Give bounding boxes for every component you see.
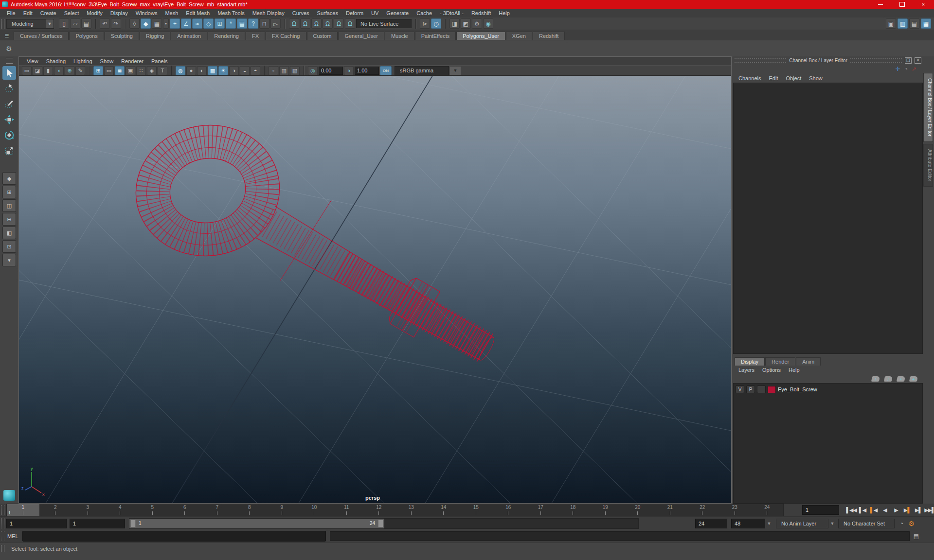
viewport-menu-shading[interactable]: Shading — [42, 58, 70, 64]
frame-8[interactable]: 8 — [234, 504, 266, 516]
close-button[interactable]: × — [913, 0, 934, 9]
speed-sphere-icon[interactable]: ◔ — [904, 66, 908, 72]
range-slider-range[interactable]: 1 24 — [129, 519, 384, 528]
grid-icon[interactable]: ⊞ — [93, 66, 103, 75]
frame-1[interactable]: 11 — [7, 504, 39, 516]
highlight-selection-icon[interactable]: ▻ — [270, 18, 281, 29]
frame-24[interactable]: 24 — [751, 504, 784, 516]
menu-help[interactable]: Help — [495, 10, 514, 16]
frame-17[interactable]: 17 — [524, 504, 557, 516]
exposure-field[interactable] — [319, 67, 343, 75]
tool-settings-toggle-icon[interactable]: ▤ — [909, 18, 919, 29]
graph-persp-layout-button[interactable]: ⊡ — [2, 240, 16, 253]
selection-mask-dropdown[interactable]: ▾ — [163, 18, 169, 29]
layer-tab-display[interactable]: Display — [735, 357, 765, 366]
select-by-hierarchy-icon[interactable]: ◊ — [129, 18, 140, 29]
snap-to-view-planes-icon[interactable]: Ω — [334, 18, 344, 29]
shelf-tab-xgen[interactable]: XGen — [506, 32, 532, 40]
frame-9[interactable]: 9 — [266, 504, 298, 516]
shelf-tab-curves-surfaces[interactable]: Curves / Surfaces — [14, 32, 69, 40]
layer-tab-anim[interactable]: Anim — [796, 357, 821, 366]
layer-display-type-toggle[interactable] — [757, 385, 766, 393]
frame-13[interactable]: 13 — [395, 504, 428, 516]
frame-2[interactable]: 2 — [39, 504, 72, 516]
select-tool-button[interactable] — [2, 66, 16, 80]
shelf-tab-muscle[interactable]: Muscle — [385, 32, 414, 40]
frame-10[interactable]: 10 — [298, 504, 331, 516]
layer-menu-options[interactable]: Options — [758, 367, 785, 373]
layer-name[interactable]: Eye_Bolt_Screw — [778, 386, 817, 392]
textured-icon[interactable]: ▩ — [208, 66, 217, 75]
menu-mesh[interactable]: Mesh — [161, 10, 182, 16]
playback-start-field[interactable] — [70, 519, 125, 528]
clapperboard-icon[interactable]: ◪ — [33, 66, 42, 75]
frame-5[interactable]: 5 — [136, 504, 169, 516]
isolate-select-icon[interactable]: ▫ — [269, 66, 278, 75]
shelf-tab-fx-caching[interactable]: FX Caching — [266, 32, 306, 40]
chevron-down-icon[interactable]: ▼ — [828, 520, 836, 527]
snap-to-grids-icon[interactable]: Ω — [289, 18, 299, 29]
frame-12[interactable]: 12 — [363, 504, 395, 516]
save-scene-icon[interactable]: ▤ — [81, 18, 91, 29]
menu-generate[interactable]: Generate — [382, 10, 413, 16]
shelf-tab-polygons-user[interactable]: Polygons_User — [456, 32, 505, 40]
smooth-shade-icon[interactable]: ● — [186, 66, 196, 75]
menu-mesh-tools[interactable]: Mesh Tools — [214, 10, 248, 16]
drag-handle[interactable] — [1, 531, 4, 542]
side-tab-attribute-editor[interactable]: Attribute Editor — [923, 144, 933, 187]
step-forward-key-button[interactable]: ▶▌ — [902, 505, 913, 515]
field-chart-icon[interactable]: ∷ — [136, 66, 146, 75]
step-back-key-button[interactable]: ▌◀ — [868, 505, 879, 515]
ipr-render-icon[interactable]: ◩ — [461, 18, 471, 29]
frame-21[interactable]: 21 — [654, 504, 686, 516]
drag-handle[interactable] — [850, 58, 902, 63]
channel-box-menu-edit[interactable]: Edit — [765, 75, 782, 81]
shelf-tab-custom[interactable]: Custom — [307, 32, 338, 40]
make-live-icon[interactable]: Ω — [345, 18, 355, 29]
scale-tool-button[interactable] — [2, 144, 16, 158]
layer-color-swatch[interactable] — [768, 386, 776, 393]
play-backwards-button[interactable]: ◀ — [880, 505, 890, 515]
shelf-tab-painteffects[interactable]: PaintEffects — [415, 32, 456, 40]
attribute-editor-toggle-icon[interactable]: ▥ — [898, 18, 908, 29]
use-all-lights-icon[interactable]: ☀ — [218, 66, 228, 75]
frame-4[interactable]: 4 — [104, 504, 137, 516]
channel-box-header[interactable]: Channel Box / Layer Editor ❏ × — [733, 56, 923, 64]
menu-set-selector[interactable]: Modeling ▼ — [6, 19, 54, 29]
live-surface-field[interactable]: No Live Surface — [356, 19, 412, 28]
scene-view-icon[interactable]: ▭ — [22, 66, 32, 75]
redo-icon[interactable]: ↷ — [111, 18, 121, 29]
pivots-mask-icon[interactable]: ◇ — [203, 18, 214, 29]
drag-handle[interactable] — [1, 19, 4, 29]
drag-handle[interactable] — [1, 518, 4, 529]
undo-icon[interactable]: ↶ — [100, 18, 110, 29]
minimize-button[interactable] — [870, 0, 891, 9]
viewport-menu-lighting[interactable]: Lighting — [70, 58, 96, 64]
wireframe-on-shaded-icon[interactable]: ◐ — [197, 66, 207, 75]
shelf-tab-rendering[interactable]: Rendering — [208, 32, 245, 40]
create-layer-from-selected-button[interactable]: ● — [909, 376, 918, 382]
shelf-menu-icon[interactable]: ☰ — [3, 32, 11, 39]
menu-curves[interactable]: Curves — [288, 10, 313, 16]
frame-15[interactable]: 15 — [460, 504, 492, 516]
gate-mask-icon[interactable]: ▣ — [126, 66, 135, 75]
frame-11[interactable]: 11 — [330, 504, 363, 516]
manipulator-axis-icon[interactable]: ✛ — [896, 66, 900, 72]
render-current-frame-icon[interactable]: ◨ — [449, 18, 460, 29]
frame-16[interactable]: 16 — [492, 504, 525, 516]
drag-handle[interactable] — [1, 545, 4, 552]
menu-edit-mesh[interactable]: Edit Mesh — [182, 10, 214, 16]
drag-handle[interactable] — [6, 58, 13, 64]
playback-end-field[interactable] — [695, 519, 727, 528]
persp-outliner-layout-button[interactable]: ◫ — [2, 199, 16, 212]
range-start-handle[interactable] — [130, 520, 136, 527]
shelf-gear-icon[interactable]: ⚙ — [6, 45, 12, 52]
modeling-toolkit-toggle-icon[interactable]: ▣ — [886, 18, 896, 29]
occlusion-icon[interactable]: ◒ — [240, 66, 250, 75]
shelf-tab-general-user[interactable]: General_User — [338, 32, 384, 40]
command-input[interactable] — [22, 531, 326, 542]
misc-mask-icon[interactable]: ▤ — [237, 18, 247, 29]
safe-title-icon[interactable]: T — [158, 66, 167, 75]
snap-to-points-icon[interactable]: Ω — [311, 18, 322, 29]
frame-20[interactable]: 20 — [622, 504, 654, 516]
